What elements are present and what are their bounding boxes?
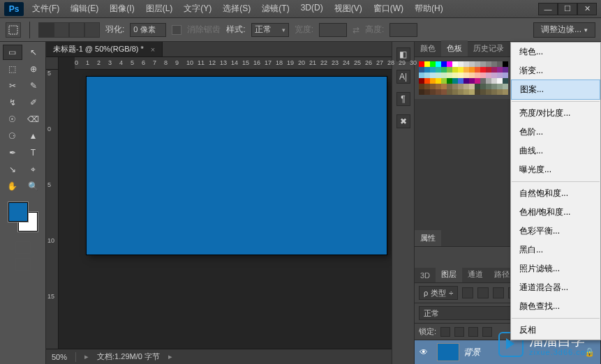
swatch[interactable] <box>503 61 508 67</box>
properties-tab[interactable]: 属性 <box>415 230 441 246</box>
swatch[interactable] <box>491 84 497 89</box>
swatch[interactable] <box>458 61 463 67</box>
ctx-色彩平衡[interactable]: 色彩平衡... <box>511 222 600 241</box>
swatch[interactable] <box>503 84 508 89</box>
swatch[interactable] <box>447 73 452 78</box>
color-picker[interactable] <box>8 202 38 232</box>
info-menu-icon[interactable]: ▸ <box>168 352 172 361</box>
ctx-纯色[interactable]: 纯色... <box>511 43 600 61</box>
tab-历史记录[interactable]: 历史记录 <box>468 40 510 56</box>
menu-L[interactable]: 图层(L) <box>142 0 177 17</box>
swatch[interactable] <box>480 84 486 89</box>
close-button[interactable]: ✕ <box>577 3 597 15</box>
menu-E[interactable]: 编辑(E) <box>66 0 103 17</box>
swatch[interactable] <box>419 89 424 95</box>
swatch[interactable] <box>475 73 480 78</box>
swatch[interactable] <box>475 84 480 89</box>
ctx-通道混合器[interactable]: 通道混合器... <box>511 278 600 297</box>
style-select[interactable]: 正常 <box>251 23 289 37</box>
swatch[interactable] <box>480 67 486 73</box>
swatch[interactable] <box>475 89 480 95</box>
height-input[interactable] <box>389 23 417 37</box>
swatch[interactable] <box>441 67 447 73</box>
swatch[interactable] <box>447 61 452 67</box>
foreground-color-swatch[interactable] <box>8 202 28 222</box>
swatch[interactable] <box>480 61 486 67</box>
swatch[interactable] <box>447 78 452 84</box>
swatch[interactable] <box>430 78 436 84</box>
swatch[interactable] <box>497 78 503 84</box>
tool-6[interactable]: ↯ <box>3 95 22 110</box>
antialias-checkbox[interactable] <box>172 25 181 35</box>
tool-13[interactable]: T <box>24 145 43 160</box>
swatch[interactable] <box>463 67 469 73</box>
tool-8[interactable]: ☉ <box>3 112 22 127</box>
ctx-色阶[interactable]: 色阶... <box>511 123 600 142</box>
swatch[interactable] <box>452 61 458 67</box>
swatch[interactable] <box>503 67 508 73</box>
swatch[interactable] <box>497 67 503 73</box>
ctx-自然饱和度[interactable]: 自然饱和度... <box>511 184 600 203</box>
tool-14[interactable]: ↘ <box>3 162 22 177</box>
swatch[interactable] <box>480 73 486 78</box>
swatch[interactable] <box>436 84 441 89</box>
swatch[interactable] <box>436 78 441 84</box>
swatch[interactable] <box>503 78 508 84</box>
swatch[interactable] <box>458 67 463 73</box>
ctx-曲线[interactable]: 曲线... <box>511 142 600 160</box>
ctx-亮度对比度[interactable]: 亮度/对比度... <box>511 104 600 123</box>
swatch[interactable] <box>491 78 497 84</box>
swatch[interactable] <box>497 73 503 78</box>
tool-11[interactable]: ▲ <box>24 128 43 144</box>
swatch[interactable] <box>419 73 424 78</box>
swatch[interactable] <box>497 61 503 67</box>
swatch[interactable] <box>497 89 503 95</box>
swatch[interactable] <box>424 89 430 95</box>
tool-2[interactable]: ⬚ <box>3 61 22 77</box>
swatch[interactable] <box>469 89 475 95</box>
swatch[interactable] <box>475 78 480 84</box>
tool-7[interactable]: ✐ <box>24 95 43 110</box>
swatch[interactable] <box>441 78 447 84</box>
tool-3[interactable]: ⊕ <box>24 61 43 77</box>
document-tab-active[interactable]: 未标题-1 @ 50%(RGB/8) * × <box>46 42 163 56</box>
swatch[interactable] <box>436 89 441 95</box>
swatch[interactable] <box>463 73 469 78</box>
swatch[interactable] <box>424 84 430 89</box>
swatch[interactable] <box>441 89 447 95</box>
current-tool-icon[interactable] <box>6 22 21 38</box>
swatch[interactable] <box>436 67 441 73</box>
lock-all-icon[interactable] <box>482 327 492 337</box>
swatch[interactable] <box>486 84 491 89</box>
swatch[interactable] <box>430 67 436 73</box>
tool-4[interactable]: ✂ <box>3 78 22 93</box>
character-panel-icon[interactable]: A| <box>396 70 410 84</box>
tool-9[interactable]: ⌫ <box>24 112 43 127</box>
filter-adjust-icon[interactable] <box>477 287 489 298</box>
swatch[interactable] <box>486 67 491 73</box>
swatch[interactable] <box>430 84 436 89</box>
refine-edge-button[interactable]: 调整边缘...▾ <box>533 22 595 38</box>
swatch[interactable] <box>424 73 430 78</box>
swatch[interactable] <box>486 78 491 84</box>
swatch[interactable] <box>463 61 469 67</box>
swatch[interactable] <box>486 73 491 78</box>
swatch[interactable] <box>463 78 469 84</box>
swatch[interactable] <box>436 61 441 67</box>
selection-subtract-icon[interactable] <box>69 22 84 38</box>
menu-V[interactable]: 视图(V) <box>330 0 366 17</box>
ctx-黑白[interactable]: 黑白... <box>511 241 600 259</box>
ctx-渐变[interactable]: 渐变... <box>511 61 600 80</box>
close-tab-icon[interactable]: × <box>151 45 155 54</box>
artboard[interactable] <box>87 77 387 255</box>
swatch[interactable] <box>441 84 447 89</box>
swatch[interactable] <box>430 73 436 78</box>
swatch[interactable] <box>458 73 463 78</box>
swap-icon[interactable]: ⇄ <box>353 25 359 35</box>
swatch[interactable] <box>452 84 458 89</box>
canvas[interactable] <box>59 70 392 349</box>
visibility-icon[interactable]: 👁 <box>415 347 433 357</box>
ctx-图案[interactable]: 图案... <box>511 79 600 100</box>
lock-position-icon[interactable] <box>468 327 478 337</box>
screen-mode-button[interactable] <box>15 258 31 271</box>
